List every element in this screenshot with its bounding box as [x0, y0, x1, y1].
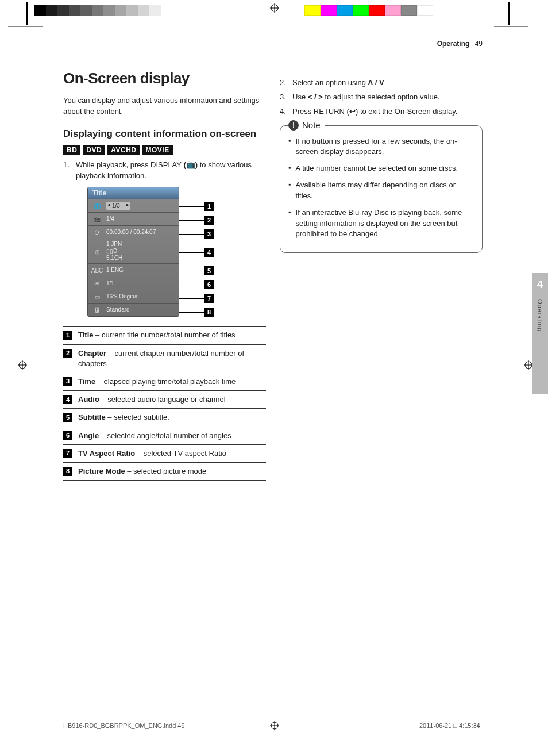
legend-item: 8Picture Mode – selected picture mode — [63, 462, 266, 481]
note-box: ! Note If no button is pressed for a few… — [280, 125, 483, 254]
instruction-step: 2.Select an option using Λ / V. — [280, 78, 483, 89]
callout: 7 — [179, 294, 214, 303]
osd-row-icon: 🎬 — [91, 214, 103, 224]
legend-number: 2 — [63, 349, 72, 358]
crop-line — [494, 26, 528, 27]
osd-row-icon: ABC — [91, 266, 103, 275]
callout: 5 — [179, 266, 214, 275]
footer-timestamp: 2011-06-21 □ 4:15:34 — [419, 722, 480, 729]
callout: 3 — [179, 229, 214, 239]
section-tab: 4 Operating — [532, 273, 548, 394]
section-tab-label: Operating — [537, 299, 543, 332]
header-page: 49 — [475, 40, 483, 48]
registration-mark-top — [270, 3, 279, 14]
legend-number: 3 — [63, 377, 72, 386]
osd-row: 👁1/1 — [88, 277, 179, 290]
osd-row-icon: 👁 — [91, 279, 103, 288]
note-item: A title number cannot be selected on som… — [288, 163, 474, 174]
callout: 6 — [179, 280, 214, 289]
legend-text: TV Aspect Ratio – selected TV aspect Rat… — [78, 448, 226, 459]
instruction-list-right: 2.Select an option using Λ / V.3.Use < /… — [280, 78, 483, 117]
instruction-step: 3.Use < / > to adjust the selected optio… — [280, 92, 483, 103]
osd-row-value: 1 JPN ▯▯D 5.1CH — [106, 241, 122, 262]
osd-row-value: 1/3 — [106, 202, 130, 210]
format-badge: AVCHD — [107, 145, 140, 155]
legend-text: Subtitle – selected subtitle. — [78, 412, 169, 423]
callout: 1 — [179, 202, 214, 211]
osd-row-icon: 🎛 — [91, 305, 103, 314]
legend-item: 2Chapter – current chapter number/total … — [63, 344, 266, 373]
osd-row-value: 1/4 — [106, 216, 114, 222]
legend-item: 7TV Aspect Ratio – selected TV aspect Ra… — [63, 444, 266, 462]
legend-text: Chapter – current chapter number/total n… — [78, 348, 266, 369]
note-list: If no button is pressed for a few second… — [288, 136, 474, 240]
osd-title-bar: Title — [88, 187, 179, 199]
legend-text: Title – current title number/total numbe… — [78, 330, 236, 340]
legend-item: 6Angle – selected angle/total number of … — [63, 427, 266, 444]
note-label: ! Note — [288, 120, 325, 131]
footer-filename: HB916-RD0_BGBRPPK_OM_ENG.indd 49 — [63, 722, 185, 729]
instruction-step: 1.While playback, press DISPLAY (📺) to s… — [63, 160, 266, 182]
section-heading: Displaying content information on-screen — [63, 128, 266, 140]
format-badge: MOVIE — [142, 145, 172, 155]
legend-number: 4 — [63, 395, 72, 404]
osd-row: ◎1 JPN ▯▯D 5.1CH — [88, 239, 179, 263]
note-item: If an interactive Blu-ray Disc is playin… — [288, 208, 474, 240]
instruction-list-left: 1.While playback, press DISPLAY (📺) to s… — [63, 160, 266, 182]
legend-item: 1Title – current title number/total numb… — [63, 326, 266, 344]
callout: 4 — [179, 248, 214, 257]
legend-text: Angle – selected angle/total number of a… — [78, 431, 231, 441]
legend-text: Picture Mode – selected picture mode — [78, 466, 206, 477]
left-column: On-Screen display You can display and ad… — [63, 56, 266, 481]
note-item: Available items may differ depending on … — [288, 180, 474, 202]
format-badge: DVD — [83, 145, 105, 155]
legend-number: 7 — [63, 449, 72, 458]
callout: 2 — [179, 216, 214, 225]
osd-row: 🎛Standard — [88, 303, 179, 316]
note-item: If no button is pressed for a few second… — [288, 136, 474, 158]
registration-mark-left — [18, 360, 27, 371]
osd-row-value: Standard — [106, 306, 130, 313]
format-badges: BDDVDAVCHDMOVIE — [63, 145, 266, 155]
osd-row-value: 1/1 — [106, 280, 114, 287]
instruction-step: 4.Press RETURN (↩) to exit the On-Screen… — [280, 106, 483, 117]
osd-row: ▭16:9 Original — [88, 290, 179, 303]
legend-number: 1 — [63, 331, 72, 340]
osd-row: 🎬1/4 — [88, 212, 179, 225]
legend-text: Audio – selected audio language or chann… — [78, 394, 226, 405]
osd-row-icon: ⏱ — [91, 228, 103, 237]
osd-row: ⏱00:00:00 / 00:24:07 — [88, 225, 179, 239]
intro-paragraph: You can display and adjust various infor… — [63, 95, 266, 117]
osd-row: ABC1 ENG — [88, 263, 179, 277]
osd-row-icon: ▭ — [91, 292, 103, 301]
legend-item: 4Audio – selected audio language or chan… — [63, 390, 266, 408]
legend-number: 8 — [63, 467, 72, 476]
crop-line — [8, 26, 43, 27]
osd-row: 🌐1/3 — [88, 199, 179, 212]
osd-row-value: 1 ENG — [106, 267, 124, 274]
callout: 8 — [179, 308, 214, 317]
legend-list: 1Title – current title number/total numb… — [63, 326, 266, 481]
header-rule: Operating 49 — [63, 52, 483, 52]
section-tab-number: 4 — [537, 279, 543, 291]
legend-text: Time – elapsed playing time/total playba… — [78, 377, 236, 387]
osd-row-value: 16:9 Original — [106, 293, 139, 300]
osd-row-value: 00:00:00 / 00:24:07 — [106, 229, 156, 236]
note-label-text: Note — [302, 120, 321, 130]
legend-number: 5 — [63, 413, 72, 422]
legend-item: 3Time – elapsed playing time/total playb… — [63, 373, 266, 390]
format-badge: BD — [63, 145, 80, 155]
info-icon: ! — [288, 120, 299, 131]
osd-row-icon: 🌐 — [91, 201, 103, 210]
header-section: Operating — [437, 40, 470, 48]
registration-mark-bottom — [270, 721, 279, 732]
page-title: On-Screen display — [63, 70, 266, 87]
running-header: Operating 49 — [437, 40, 483, 48]
osd-row-icon: ◎ — [91, 247, 103, 256]
legend-number: 6 — [63, 431, 72, 440]
right-column: 2.Select an option using Λ / V.3.Use < /… — [280, 56, 483, 481]
osd-screenshot: Title 🌐1/3🎬1/4⏱00:00:00 / 00:24:07◎1 JPN… — [87, 187, 237, 317]
legend-item: 5Subtitle – selected subtitle. — [63, 408, 266, 426]
